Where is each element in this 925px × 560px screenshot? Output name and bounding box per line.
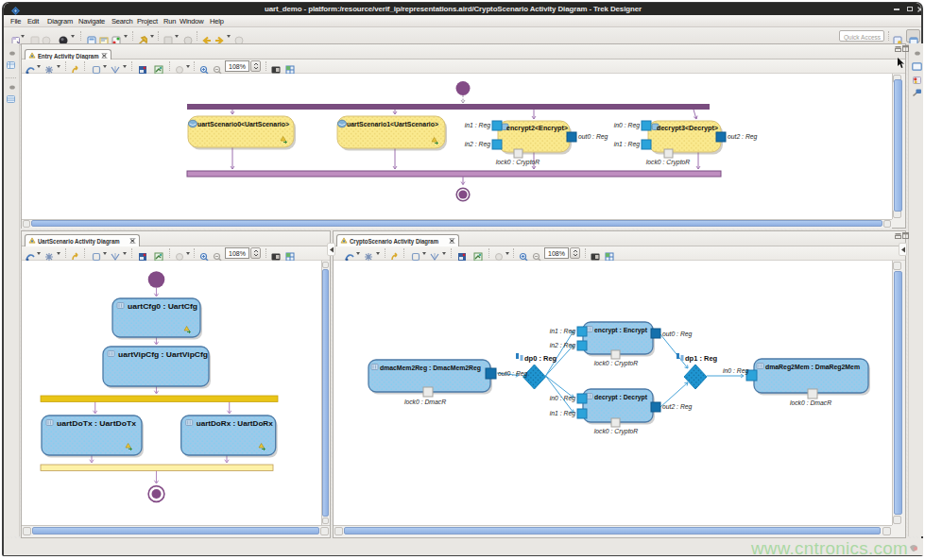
svg-text:dmacMem2Reg : DmacMem2Reg: dmacMem2Reg : DmacMem2Reg: [380, 364, 481, 372]
svg-text:in0 : Reg: in0 : Reg: [550, 395, 575, 402]
svg-text:lock0 : CryptoR: lock0 : CryptoR: [594, 428, 639, 435]
svg-text:lock0 : CryptoR: lock0 : CryptoR: [646, 159, 691, 166]
svg-text:lock0 : CryptoR: lock0 : CryptoR: [594, 360, 639, 367]
svg-text:out2 : Reg: out2 : Reg: [728, 133, 758, 141]
svg-text:out0 : Reg: out0 : Reg: [498, 370, 528, 378]
svg-text:uartScenario0<UartScenario>: uartScenario0<UartScenario>: [197, 120, 290, 128]
svg-text:encrypt2<Encrypt>: encrypt2<Encrypt>: [506, 124, 569, 132]
svg-text:uartScenario1<UartScenario>: uartScenario1<UartScenario>: [347, 120, 439, 128]
svg-text:dmaReg2Mem : DmaReg2Mem: dmaReg2Mem : DmaReg2Mem: [765, 363, 860, 371]
svg-text:in2 : Reg: in2 : Reg: [465, 141, 490, 148]
svg-text:in1 : Reg: in1 : Reg: [550, 328, 575, 335]
svg-text:in0 : Reg: in0 : Reg: [723, 367, 748, 375]
svg-text:in0 : Reg: in0 : Reg: [614, 122, 640, 129]
svg-text:in2 : Reg: in2 : Reg: [550, 342, 575, 349]
svg-text:out2 : Reg: out2 : Reg: [662, 403, 693, 411]
svg-text:lock0 : DmacR: lock0 : DmacR: [790, 399, 831, 406]
svg-text:in1 : Reg: in1 : Reg: [614, 141, 640, 148]
svg-text:dp0 : Reg: dp0 : Reg: [524, 354, 557, 363]
svg-text:out0 : Reg: out0 : Reg: [578, 133, 608, 141]
svg-text:lock0 : DmacR: lock0 : DmacR: [404, 399, 446, 405]
svg-text:lock0 : CryptoR: lock0 : CryptoR: [496, 159, 540, 166]
svg-text:in1 : Reg: in1 : Reg: [550, 410, 575, 417]
svg-text:decrypt : Decrypt: decrypt : Decrypt: [594, 393, 647, 401]
svg-text:encrypt : Encrypt: encrypt : Encrypt: [594, 326, 647, 334]
svg-text:uartCfg0 : UartCfg: uartCfg0 : UartCfg: [128, 302, 197, 311]
svg-text:decrypt3<Decrypt>: decrypt3<Decrypt>: [657, 124, 719, 132]
svg-text:in1 : Reg: in1 : Reg: [465, 122, 490, 129]
svg-text:uartDoTx : UartDoTx: uartDoTx : UartDoTx: [57, 419, 137, 428]
svg-text:dp1 : Reg: dp1 : Reg: [685, 354, 718, 363]
svg-text:uartVipCfg : UartVipCfg: uartVipCfg : UartVipCfg: [118, 350, 208, 359]
svg-text:out0 : Reg: out0 : Reg: [662, 331, 693, 338]
svg-text:uartDoRx : UartDoRx: uartDoRx : UartDoRx: [197, 419, 274, 428]
